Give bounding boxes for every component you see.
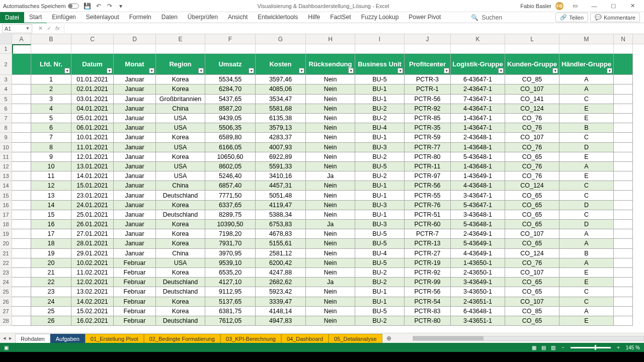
data-cell[interactable]: 5137,65 bbox=[205, 297, 256, 307]
data-cell[interactable]: Januar bbox=[114, 84, 156, 94]
data-cell[interactable]: BU-2 bbox=[355, 152, 405, 162]
data-cell[interactable]: Februar bbox=[114, 268, 156, 278]
cell[interactable] bbox=[614, 239, 633, 248]
view-pagelayout-icon[interactable]: ▤ bbox=[541, 345, 546, 350]
data-cell[interactable]: 5534,55 bbox=[205, 75, 256, 84]
data-cell[interactable]: 4947,83 bbox=[256, 316, 306, 326]
data-cell[interactable]: Nein bbox=[306, 104, 355, 114]
data-cell[interactable]: Nein bbox=[306, 316, 355, 326]
table-header[interactable]: Lfd. Nr.▾ bbox=[31, 54, 71, 75]
col-header-F[interactable]: F bbox=[205, 34, 256, 44]
cell[interactable] bbox=[614, 84, 633, 94]
data-cell[interactable]: Nein bbox=[306, 268, 355, 278]
cell[interactable] bbox=[12, 84, 31, 94]
data-cell[interactable]: PCTR-56 bbox=[405, 95, 451, 104]
table-header[interactable]: Kosten▾ bbox=[256, 54, 306, 75]
data-cell[interactable]: CO_65 bbox=[505, 278, 559, 287]
cell[interactable] bbox=[12, 171, 31, 181]
data-cell[interactable]: 6166,05 bbox=[205, 143, 256, 152]
cell[interactable] bbox=[12, 229, 31, 239]
cell[interactable] bbox=[614, 114, 633, 123]
data-cell[interactable]: Deutschland bbox=[156, 278, 205, 287]
cell[interactable] bbox=[614, 123, 633, 133]
table-header[interactable]: Monat▾ bbox=[114, 54, 156, 75]
sheet-tab[interactable]: 04_Dashboard bbox=[281, 334, 329, 343]
row-header[interactable]: 5 bbox=[0, 95, 12, 104]
row-header[interactable]: 10 bbox=[0, 143, 12, 152]
zoom-out-icon[interactable]: － bbox=[560, 344, 566, 351]
data-cell[interactable]: PCTR-3 bbox=[405, 75, 451, 84]
data-cell[interactable]: 4119,47 bbox=[256, 201, 306, 210]
filter-button[interactable]: ▾ bbox=[64, 68, 70, 73]
data-cell[interactable]: Deutschland bbox=[156, 191, 205, 200]
data-cell[interactable]: CO_76 bbox=[505, 162, 559, 171]
data-cell[interactable]: 14.01.2021 bbox=[71, 171, 114, 181]
data-cell[interactable]: 10.01.2021 bbox=[71, 133, 114, 142]
row-header[interactable]: 12 bbox=[0, 162, 12, 171]
data-cell[interactable]: 20 bbox=[31, 258, 71, 268]
data-cell[interactable]: 12 bbox=[31, 181, 71, 191]
cell[interactable] bbox=[12, 268, 31, 278]
data-cell[interactable]: 26 bbox=[31, 316, 71, 326]
data-cell[interactable]: Nein bbox=[306, 258, 355, 268]
data-cell[interactable]: 03.01.2021 bbox=[71, 95, 114, 104]
data-cell[interactable]: BU-2 bbox=[355, 171, 405, 181]
data-cell[interactable]: 6337,65 bbox=[205, 201, 256, 210]
data-cell[interactable]: BU-3 bbox=[355, 201, 405, 210]
data-cell[interactable]: PCTR-77 bbox=[405, 143, 451, 152]
data-cell[interactable]: 4678,83 bbox=[256, 229, 306, 239]
data-cell[interactable]: C bbox=[559, 191, 614, 200]
data-cell[interactable]: Februar bbox=[114, 258, 156, 268]
data-cell[interactable]: 5-43649-1 bbox=[451, 239, 505, 248]
data-cell[interactable]: PCTR-1 bbox=[405, 84, 451, 94]
data-cell[interactable]: 13.01.2021 bbox=[71, 162, 114, 171]
data-cell[interactable]: Ja bbox=[306, 278, 355, 287]
data-cell[interactable]: 5591,33 bbox=[256, 162, 306, 171]
data-cell[interactable]: 6857,40 bbox=[205, 181, 256, 191]
cell[interactable] bbox=[505, 44, 559, 54]
user-avatar[interactable]: FB bbox=[555, 2, 564, 10]
data-cell[interactable]: 11 bbox=[31, 171, 71, 181]
data-cell[interactable]: Januar bbox=[114, 95, 156, 104]
cell[interactable] bbox=[12, 181, 31, 191]
data-cell[interactable]: Januar bbox=[114, 104, 156, 114]
data-cell[interactable]: 29.01.2021 bbox=[71, 249, 114, 258]
row-header[interactable]: 19 bbox=[0, 229, 12, 239]
cell[interactable] bbox=[614, 220, 633, 229]
cell[interactable] bbox=[614, 249, 633, 258]
data-cell[interactable]: Februar bbox=[114, 307, 156, 316]
data-cell[interactable]: BU-2 bbox=[355, 278, 405, 287]
tab-formeln[interactable]: Formeln bbox=[124, 12, 156, 24]
data-cell[interactable]: Januar bbox=[114, 114, 156, 123]
data-cell[interactable]: Februar bbox=[114, 297, 156, 307]
cell[interactable] bbox=[559, 44, 614, 54]
cell[interactable] bbox=[12, 297, 31, 307]
data-cell[interactable]: E bbox=[559, 316, 614, 326]
col-header-I[interactable]: I bbox=[355, 34, 405, 44]
data-cell[interactable]: A bbox=[559, 75, 614, 84]
data-cell[interactable]: 02.01.2021 bbox=[71, 84, 114, 94]
data-cell[interactable]: Korea bbox=[156, 220, 205, 229]
data-cell[interactable]: Korea bbox=[156, 239, 205, 248]
cell[interactable] bbox=[114, 44, 156, 54]
data-cell[interactable]: 28.01.2021 bbox=[71, 239, 114, 248]
data-cell[interactable]: Nein bbox=[306, 287, 355, 297]
table-header[interactable]: Datum▾ bbox=[71, 54, 114, 75]
data-cell[interactable]: A bbox=[559, 229, 614, 239]
data-cell[interactable]: 25.01.2021 bbox=[71, 210, 114, 220]
data-cell[interactable]: A bbox=[559, 84, 614, 94]
data-cell[interactable]: Nein bbox=[306, 249, 355, 258]
autosave-toggle[interactable] bbox=[68, 4, 79, 9]
data-cell[interactable]: E bbox=[559, 152, 614, 162]
data-cell[interactable]: 01.01.2021 bbox=[71, 75, 114, 84]
row-header[interactable]: 16 bbox=[0, 201, 12, 210]
cell[interactable] bbox=[614, 278, 633, 287]
data-cell[interactable]: CO_65 bbox=[505, 152, 559, 162]
filter-button[interactable]: ▾ bbox=[299, 68, 304, 73]
data-cell[interactable]: 24.01.2021 bbox=[71, 201, 114, 210]
data-cell[interactable]: 8602,05 bbox=[205, 162, 256, 171]
data-cell[interactable]: 5 bbox=[31, 114, 71, 123]
undo-icon[interactable]: ↶ bbox=[95, 2, 103, 10]
col-header-B[interactable]: B bbox=[31, 34, 71, 44]
cell[interactable] bbox=[12, 133, 31, 142]
